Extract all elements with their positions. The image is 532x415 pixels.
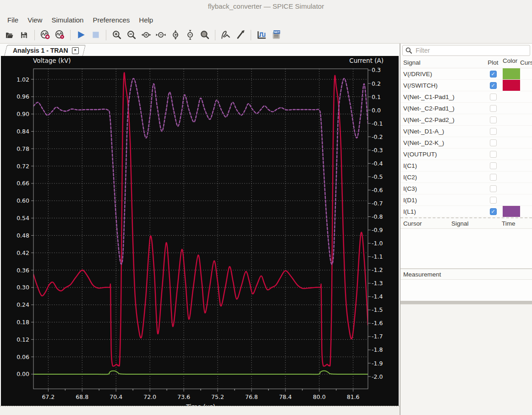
signal-row[interactable]: I(L1)✓ (400, 206, 532, 217)
signal-row[interactable]: V(Net-_C2-Pad1_) (400, 103, 532, 114)
zoom-out-button[interactable] (125, 28, 138, 42)
color-swatch[interactable] (503, 206, 520, 217)
filter-box[interactable] (402, 45, 530, 56)
waveform-plot[interactable]: 0.000.060.120.180.240.300.360.420.480.54… (1, 56, 399, 406)
signal-name: V(OUTPUT) (400, 151, 483, 158)
axis-tick-label: 0.42 (16, 249, 29, 256)
tune-button[interactable] (234, 28, 247, 42)
axis-tick-label: -0.7 (372, 200, 383, 207)
tune-icon (236, 30, 245, 39)
tab-analysis-1-tran[interactable]: Analysis 1 - TRAN × (5, 45, 84, 56)
cursors-header-cursor: Cursor (400, 220, 451, 227)
measurement-empty-area (400, 280, 532, 301)
window-titlebar[interactable]: flyback_converter — SPICE Simulator (0, 0, 532, 13)
plot-checkbox[interactable] (490, 105, 497, 112)
axis-tick-label: -1.8 (372, 346, 383, 353)
simulation-settings-button[interactable] (53, 28, 66, 42)
plot-checkbox[interactable] (490, 174, 497, 181)
axis-tick-label: 76.8 (245, 393, 258, 400)
color-swatch[interactable] (503, 68, 520, 79)
probe-icon (221, 30, 231, 39)
series-v-drive (33, 371, 368, 375)
signal-row[interactable]: V(Net-_C2-Pad2_) (400, 114, 532, 126)
axis-tick-label: -0.8 (372, 213, 383, 220)
zoom-horizontal-out-icon (156, 31, 166, 39)
menu-view[interactable]: View (23, 14, 47, 26)
axis-tick-label: -0.9 (372, 227, 383, 233)
axis-tick-label: 72.0 (143, 393, 156, 400)
signal-row[interactable]: I(C1) (400, 160, 532, 172)
plot-checkbox[interactable] (490, 151, 497, 158)
signal-row[interactable]: V(Net-_D1-A_) (400, 126, 532, 137)
menu-help[interactable]: Help (134, 14, 158, 26)
zoom-in-button[interactable] (110, 28, 123, 42)
plot-checkbox[interactable]: ✓ (490, 208, 497, 215)
signal-row[interactable]: I(C3) (400, 183, 532, 194)
show-netlist-button[interactable]: NET (269, 28, 283, 42)
plot-checkbox[interactable] (490, 94, 497, 100)
signal-row[interactable]: V(Net-_D2-K_) (400, 137, 532, 149)
sim-settings-icon (55, 30, 65, 39)
axis-tick-label: 0.96 (16, 93, 29, 100)
waveform-plot-area[interactable]: 0.000.060.120.180.240.300.360.420.480.54… (1, 56, 399, 406)
color-swatch[interactable] (503, 80, 520, 91)
play-icon (77, 30, 86, 39)
signal-row[interactable]: V(/SWITCH)✓ (400, 80, 532, 91)
signal-name: V(Net-_C1-Pad1_) (400, 94, 483, 100)
plot-checkbox[interactable] (490, 162, 497, 169)
toolbar-separator (215, 30, 215, 40)
menu-preferences[interactable]: Preferences (88, 14, 134, 26)
y-left-axis-title: Voltage (kV) (33, 57, 71, 64)
new-analysis-button[interactable] (38, 28, 52, 42)
plot-checkbox[interactable] (490, 197, 497, 204)
zoom-vertical-in-button[interactable] (169, 28, 182, 42)
add-plot-button[interactable] (255, 28, 268, 42)
zoom-vertical-out-button[interactable] (183, 28, 197, 42)
menu-file[interactable]: File (3, 14, 23, 26)
axis-tick-label: 0.0 (372, 107, 381, 114)
zoom-vertical-out-icon (186, 30, 194, 40)
panel-separator (400, 301, 532, 304)
plot-checkbox[interactable] (490, 128, 497, 135)
plot-checkbox[interactable] (490, 139, 497, 146)
zoom-horizontal-in-button[interactable] (139, 28, 153, 42)
x-axis-title: Time (us) (186, 403, 215, 406)
signal-row[interactable]: V(Net-_C1-Pad1_) (400, 91, 532, 103)
stop-simulation-button[interactable] (89, 28, 102, 42)
signal-row[interactable]: I(D1) (400, 194, 532, 206)
axis-tick-label: -1.4 (372, 293, 383, 300)
tab-label: Analysis 1 - TRAN (13, 47, 68, 54)
plot-checkbox[interactable]: ✓ (490, 71, 497, 77)
axis-tick-label: 0.90 (16, 111, 29, 117)
signal-name: V(Net-_C2-Pad1_) (400, 105, 483, 112)
plot-checkbox[interactable]: ✓ (490, 82, 497, 89)
axis-tick-label: -0.3 (372, 147, 383, 154)
tab-close-icon[interactable]: × (72, 47, 79, 54)
axis-tick-label: 0.60 (16, 197, 29, 204)
save-button[interactable] (17, 28, 31, 42)
axis-tick-label: -1.2 (372, 266, 383, 273)
axis-tick-label: -1.5 (372, 306, 383, 313)
plot-checkbox[interactable] (490, 185, 497, 192)
bottom-empty-panel (400, 304, 532, 415)
axis-tick-label: -1.3 (372, 280, 383, 287)
signal-row[interactable]: V(OUTPUT) (400, 149, 532, 160)
zoom-horizontal-out-button[interactable] (154, 28, 167, 42)
header-cursor: Cursor (520, 59, 532, 66)
probe-button[interactable] (219, 28, 232, 42)
signal-row[interactable]: V(/DRIVE)✓ (400, 68, 532, 80)
run-simulation-button[interactable] (74, 28, 88, 42)
zoom-to-fit-button[interactable] (198, 28, 211, 42)
axis-tick-label: -1.6 (372, 320, 383, 326)
signal-row[interactable]: I(C2) (400, 172, 532, 183)
axis-tick-label: 0.36 (16, 267, 29, 274)
axis-tick-label: 0.72 (16, 163, 29, 170)
zoom-horizontal-in-icon (141, 31, 151, 39)
menu-simulation[interactable]: Simulation (47, 14, 88, 26)
plot-checkbox[interactable] (490, 116, 497, 123)
axis-tick-label: 0.18 (16, 319, 29, 326)
open-button[interactable] (3, 28, 16, 42)
signal-name: V(Net-_D2-K_) (400, 139, 483, 146)
filter-input[interactable] (415, 46, 527, 55)
header-plot: Plot (483, 59, 503, 66)
